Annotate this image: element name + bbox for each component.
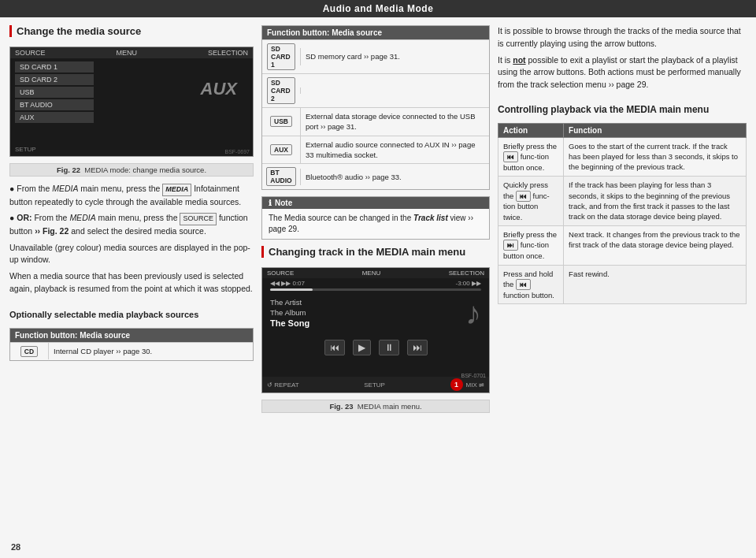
menu-item-sdcard1: SD CARD 1 <box>15 61 94 73</box>
mid-column: Function button: Media source SD CARD 1 … <box>261 25 490 550</box>
func-icon-sdcard1: SD CARD 1 <box>262 40 300 73</box>
arrow-cd: ›› <box>114 347 124 355</box>
function-cell-1: Goes to the start of the current track. … <box>564 137 747 176</box>
song-name: The Song <box>270 318 309 328</box>
label-menu: MENU <box>117 49 138 57</box>
page-number: 28 <box>11 542 20 552</box>
sdcard1-badge: SD CARD 1 <box>267 43 295 70</box>
optional-title: Optionally selectable media playback sou… <box>9 310 254 319</box>
note-body: The Media source can be changed in the T… <box>262 209 489 239</box>
action-cell-2: Quickly press the ⏮ func-tion button twi… <box>498 177 564 226</box>
table-row: Press and hold the ⏮ function button. Fa… <box>498 265 747 303</box>
action-table: Action Function Briefly press the ⏮ func… <box>498 123 747 304</box>
right-para-1: It is possible to browse through the tra… <box>498 25 747 50</box>
ctrl-next: ⏭ <box>407 340 428 355</box>
action-cell-3: Briefly press the ⏭ func-tion button onc… <box>498 226 564 265</box>
func-table-row-cd: CD Internal CD player ›› page 30. <box>10 342 253 360</box>
func-btn-icon-4: ⏮ <box>516 279 531 290</box>
func-row-sdcard2: SD CARD 2 <box>262 73 489 107</box>
note-label: Note <box>275 199 292 207</box>
page: Audio and Media Mode Change the media so… <box>0 0 756 558</box>
func-desc-aux: External audio source connected to AUX I… <box>300 136 489 164</box>
func-row-aux: AUX External audio source connected to A… <box>262 136 489 164</box>
header-bar: Audio and Media Mode <box>0 0 756 17</box>
setup-label: SETUP <box>15 146 36 153</box>
func-row-sdcard1: SD CARD 1 SD memory card ›› page 31. <box>262 39 489 73</box>
func-icon-btaudio: BT AUDIO <box>262 164 300 189</box>
section-title-change-source: Change the media source <box>9 25 254 37</box>
music-note-icon: ♪ <box>465 297 481 329</box>
header-title: Audio and Media Mode <box>323 3 434 14</box>
func-desc-sdcard2 <box>300 87 489 94</box>
fig22-id: BSF-0697 <box>224 149 250 154</box>
mix-area: 1 MIX ⇌ <box>450 378 484 391</box>
label-source: SOURCE <box>15 49 46 57</box>
repeat-label: ↺ REPEAT <box>267 381 299 389</box>
left-para-1: ● From the MEDIA main menu, press the ME… <box>9 183 254 208</box>
time-remaining: -3:00 ▶▶ <box>456 280 481 287</box>
aux-label: AUX <box>201 79 237 99</box>
func-btn-icon-2: ⏮ <box>516 191 531 202</box>
changing-track-title: Changing track in the MEDIA main menu <box>261 246 490 258</box>
func-btn-icon-3: ⏭ <box>503 240 518 251</box>
left-para-3: Unavailable (grey colour) media sources … <box>9 242 254 267</box>
source-badge: SOURCE <box>180 213 217 225</box>
ctrl-play: ▶ <box>353 340 371 355</box>
media-italic: MEDIA <box>52 184 78 193</box>
media-main-center: The Artist The Album The Song ♪ <box>262 291 489 335</box>
setup-label-main: SETUP <box>364 381 385 389</box>
menu-item-usb: USB <box>15 87 94 98</box>
col-function-header: Function <box>564 123 747 137</box>
function-cell-3: Next track. It changes from the previous… <box>564 226 747 265</box>
media-bottom-bar: ↺ REPEAT SETUP 1 MIX ⇌ <box>262 377 489 392</box>
track-list-italic: Track list <box>413 214 448 222</box>
action-cell-4: Press and hold the ⏮ function button. <box>498 265 564 303</box>
media-controls: ⏮ ▶ ⏸ ⏭ <box>262 335 489 360</box>
media-info: The Artist The Album The Song <box>270 298 309 328</box>
label-selection: SELECTION <box>208 49 248 57</box>
main-label-selection: SELECTION <box>449 270 484 277</box>
func-desc-sdcard1: SD memory card ›› page 31. <box>300 48 489 65</box>
func-desc-cd: Internal CD player ›› page 30. <box>48 343 253 359</box>
action-cell-1: Briefly press the ⏮ func-tion button onc… <box>498 137 564 176</box>
time-bar: ◀◀ ▶▶ 0:07 -3:00 ▶▶ <box>262 278 489 288</box>
menu-item-aux: AUX <box>15 112 94 123</box>
ctrl-prev: ⏮ <box>324 340 345 355</box>
left-para-2: ● OR: From the MEDIA main menu, press th… <box>9 212 254 237</box>
time-elapsed: ◀◀ ▶▶ 0:07 <box>270 280 305 287</box>
func-btn-icon-1: ⏮ <box>503 151 518 162</box>
right-para-2: It is not possible to exit a playlist or… <box>498 54 747 91</box>
left-column: Change the media source SOURCE MENU SELE… <box>9 25 254 550</box>
main-label-source: SOURCE <box>267 270 294 277</box>
artist-name: The Artist <box>270 298 309 307</box>
or-label: OR: <box>17 213 32 222</box>
mix-label: MIX ⇌ <box>466 381 484 389</box>
fig22-ref: ›› Fig. 22 <box>35 226 69 236</box>
left-para-4: When a media source that has been previo… <box>9 270 254 296</box>
menu-item-btaudio: BT AUDIO <box>15 99 94 110</box>
media-screen-fig22: SOURCE MENU SELECTION SD CARD 1 SD CARD … <box>9 46 254 157</box>
media-main-screen-fig23: SOURCE MENU SELECTION ◀◀ ▶▶ 0:07 -3:00 ▶… <box>261 267 490 393</box>
usb-badge: USB <box>270 116 292 127</box>
left-body-text: ● From the MEDIA main menu, press the ME… <box>9 183 254 299</box>
ctrl-pause: ⏸ <box>379 340 399 355</box>
function-cell-4: Fast rewind. <box>564 265 747 303</box>
fig22-caption: Fig. 22 Fig. 22 MEDIA mode: change media… <box>9 163 254 177</box>
aux-badge: AUX <box>270 144 292 155</box>
main-label-menu: MENU <box>362 270 381 277</box>
func-desc-usb: External data storage device connected t… <box>300 108 489 136</box>
fig23-label: Fig. 23 <box>329 402 353 411</box>
cd-icon-badge: CD <box>20 346 38 357</box>
media-main-top-bar: SOURCE MENU SELECTION <box>262 268 489 278</box>
func-icon-usb: USB <box>262 113 300 130</box>
fig22-label: Fig. 22 <box>57 166 80 174</box>
mix-badge: 1 <box>450 378 463 391</box>
fig23-caption: Fig. 23 Fig. 23 MEDIA main menu.MEDIA ma… <box>261 400 490 413</box>
btaudio-badge: BT AUDIO <box>266 167 295 186</box>
album-name: The Album <box>270 308 309 317</box>
func-table-mid: Function button: Media source SD CARD 1 … <box>261 25 490 190</box>
not-label: not <box>513 55 525 65</box>
right-column: It is possible to browse through the tra… <box>498 25 747 550</box>
media-screen-top-bar: SOURCE MENU SELECTION <box>10 47 253 58</box>
func-table-left: Function button: Media source CD Interna… <box>9 328 254 361</box>
